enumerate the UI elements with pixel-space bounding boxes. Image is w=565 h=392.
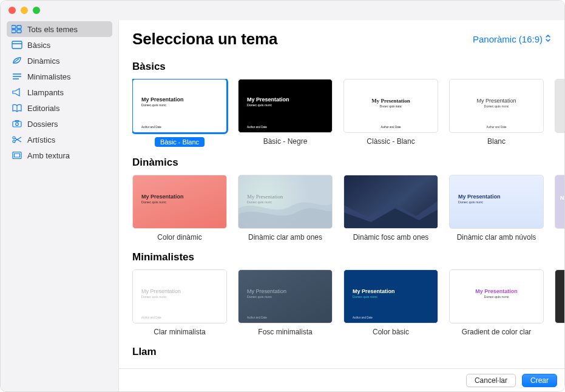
grid-icon xyxy=(12,25,22,33)
section-title-minimal: Minimalistes xyxy=(132,251,564,263)
main-panel: Selecciona un tema Panoràmic (16:9) Bàsi… xyxy=(119,20,564,391)
frame-icon xyxy=(12,151,22,160)
header-row: Selecciona un tema Panoràmic (16:9) xyxy=(132,20,564,51)
theme-card[interactable]: My PresentationDonec quis nunc Author an… xyxy=(238,269,333,336)
theme-card[interactable]: My PresentationDonec quis nunc Author an… xyxy=(132,269,227,336)
aspect-ratio-label: Panoràmic (16:9) xyxy=(473,34,543,44)
theme-card-peek[interactable]: N xyxy=(555,175,564,242)
theme-card-peek[interactable] xyxy=(555,79,564,147)
dialog-footer: Cancel·lar Crear xyxy=(119,368,564,391)
theme-thumbnail: My PresentationDonec quis nunc Author an… xyxy=(343,79,438,133)
themes-scroll-area[interactable]: Selecciona un tema Panoràmic (16:9) Bàsi… xyxy=(119,20,564,368)
svg-rect-3 xyxy=(17,30,21,33)
sidebar-item-label: Dinàmics xyxy=(27,56,59,66)
theme-thumbnail xyxy=(555,269,564,323)
theme-card[interactable]: My PresentationDonec quis nunc Color din… xyxy=(132,175,227,242)
theme-label: Bàsic - Negre xyxy=(263,137,308,146)
cancel-button[interactable]: Cancel·lar xyxy=(466,374,516,387)
theme-card[interactable]: My PresentationDonec quis nunc Dinàmic c… xyxy=(449,175,544,242)
lines-icon xyxy=(12,72,22,81)
theme-thumbnail xyxy=(343,175,438,229)
theme-thumbnail xyxy=(555,79,564,133)
svg-point-15 xyxy=(13,140,15,143)
theme-thumbnail: My PresentationDonec quis nunc Author an… xyxy=(343,269,438,323)
sidebar-item-dynamic[interactable]: Dinàmics xyxy=(7,53,112,69)
theme-thumbnail: My PresentationDonec quis nunc Author an… xyxy=(132,269,227,323)
minimize-window-button[interactable] xyxy=(21,7,28,14)
sidebar-item-minimal[interactable]: Minimalistes xyxy=(7,69,112,84)
svg-point-12 xyxy=(16,123,19,126)
zoom-window-button[interactable] xyxy=(33,7,40,14)
sidebar-item-editorial[interactable]: Editorials xyxy=(7,100,112,116)
categories-sidebar: Tots els temes Bàsics Dinàmics Minimalis… xyxy=(1,20,119,391)
book-icon xyxy=(12,104,22,112)
scissors-icon xyxy=(12,135,22,144)
sidebar-item-label: Editorials xyxy=(27,104,59,113)
section-title-basics: Bàsics xyxy=(132,61,564,73)
theme-thumbnail: My PresentationDonec quis nunc Author an… xyxy=(238,79,333,133)
theme-label: Dinàmic clar amb ones xyxy=(248,233,322,242)
theme-label: Dinàmic clar amb núvols xyxy=(457,233,536,242)
camera-icon xyxy=(12,120,22,128)
theme-card[interactable]: Dinàmic fosc amb ones xyxy=(343,175,438,242)
theme-label: Color bàsic xyxy=(373,328,409,336)
svg-rect-1 xyxy=(17,25,21,29)
sidebar-item-basics[interactable]: Bàsics xyxy=(7,37,112,53)
sidebar-item-label: Llampants xyxy=(27,88,64,97)
theme-label: Clar minimalista xyxy=(154,328,205,336)
sidebar-item-bold[interactable]: Llampants xyxy=(7,84,112,100)
svg-point-14 xyxy=(13,137,15,139)
theme-card[interactable]: My PresentationDonec quis nunc Dinàmic c… xyxy=(238,175,333,242)
sidebar-item-textured[interactable]: Amb textura xyxy=(7,147,112,163)
sidebar-item-label: Minimalistes xyxy=(27,72,71,81)
svg-rect-11 xyxy=(13,121,21,127)
window-body: Tots els temes Bàsics Dinàmics Minimalis… xyxy=(1,20,564,391)
svg-rect-0 xyxy=(12,25,16,29)
theme-chooser-window: Tots els temes Bàsics Dinàmics Minimalis… xyxy=(0,0,565,392)
sidebar-item-label: Amb textura xyxy=(27,151,70,160)
megaphone-icon xyxy=(12,88,22,96)
sidebar-item-label: Tots els temes xyxy=(27,25,78,34)
create-button[interactable]: Crear xyxy=(522,374,557,387)
section-title-dynamic: Dinàmics xyxy=(132,157,564,169)
layout-icon xyxy=(12,41,22,49)
sidebar-item-artistic[interactable]: Artístics xyxy=(7,132,112,147)
theme-card[interactable]: My PresentationDonec quis nunc Author an… xyxy=(343,79,438,147)
sidebar-item-label: Dossiers xyxy=(27,120,58,129)
leaf-icon xyxy=(12,56,22,65)
create-button-label: Crear xyxy=(530,376,549,385)
theme-row-minimal: My PresentationDonec quis nunc Author an… xyxy=(132,269,564,336)
sidebar-item-label: Bàsics xyxy=(27,41,50,50)
theme-label: Fosc minimalista xyxy=(258,328,312,336)
sidebar-item-portfolio[interactable]: Dossiers xyxy=(7,116,112,132)
sidebar-item-all[interactable]: Tots els temes xyxy=(7,21,112,37)
cancel-button-label: Cancel·lar xyxy=(475,376,507,385)
traffic-lights xyxy=(8,7,40,14)
theme-thumbnail: My PresentationDonec quis nunc xyxy=(449,175,544,229)
page-title: Selecciona un tema xyxy=(132,30,277,49)
section-title-bold-cut: Llam xyxy=(132,346,564,358)
theme-card[interactable]: My PresentationDonec quis nunc Author an… xyxy=(343,269,438,336)
aspect-ratio-picker[interactable]: Panoràmic (16:9) xyxy=(473,34,551,44)
theme-thumbnail: My PresentationDonec quis nunc Author an… xyxy=(238,269,333,323)
theme-thumbnail: My PresentationDonec quis nunc xyxy=(238,175,333,229)
theme-card[interactable]: My PresentationDonec quis nunc Author an… xyxy=(132,79,227,147)
svg-rect-19 xyxy=(15,154,20,157)
theme-thumbnail: My PresentationDonec quis nunc Author an… xyxy=(132,79,227,133)
svg-rect-2 xyxy=(12,30,16,33)
theme-thumbnail: N xyxy=(555,175,564,229)
theme-label: Bàsic - Blanc xyxy=(155,137,205,147)
theme-label: Clàssic - Blanc xyxy=(367,137,414,146)
close-window-button[interactable] xyxy=(8,7,16,14)
theme-thumbnail: My PresentationDonec quis nunc Author an… xyxy=(449,79,544,133)
window-titlebar xyxy=(1,1,564,20)
theme-row-dynamic: My PresentationDonec quis nunc Color din… xyxy=(132,175,564,242)
theme-card-peek[interactable] xyxy=(555,269,564,336)
theme-card[interactable]: My PresentationDonec quis nunc Author an… xyxy=(449,79,544,147)
theme-card[interactable]: My PresentationDonec quis nunc Author an… xyxy=(238,79,333,147)
theme-label: Color dinàmic xyxy=(157,233,201,242)
theme-card[interactable]: My Presentation Donec quis nunc Gradient… xyxy=(449,269,544,336)
svg-rect-4 xyxy=(12,41,22,49)
theme-label: Gradient de color clar xyxy=(462,328,532,336)
theme-thumbnail: My Presentation Donec quis nunc xyxy=(449,269,544,323)
